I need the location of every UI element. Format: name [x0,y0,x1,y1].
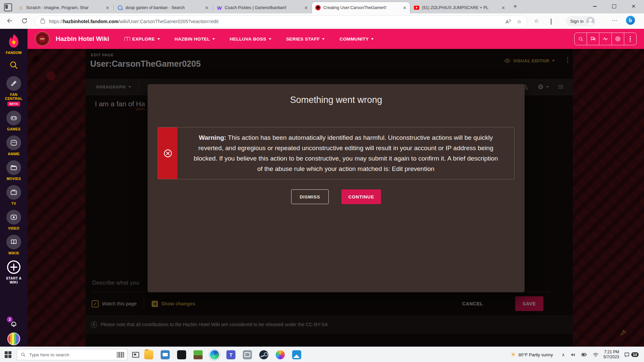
nav-series-staff[interactable]: SERIES STAFF [286,37,325,42]
steam-icon[interactable] [259,350,268,359]
window-close-button[interactable]: ✕ [624,0,643,13]
sign-in-button[interactable]: Sign in [566,16,596,26]
paint3d-icon[interactable] [276,350,285,359]
search-icon [20,352,26,357]
open-book-icon [10,238,17,246]
tab-youtube[interactable]: (51) ZOLPHIUS JUMPSCARE + PL ✕ [411,2,508,13]
modal-buttons-row: DISMISS CONTINUE [148,189,525,204]
nav-label: SERIES STAFF [286,37,320,42]
nav-community[interactable]: COMMUNITY [339,37,374,42]
tab-scratch[interactable]: S Scratch - Imagine, Program, Shar ✕ [15,2,113,13]
profile-avatar-icon [586,17,594,25]
tab-title: doop garten of banban - Search [125,5,202,10]
nav-hazbin-hotel[interactable]: HAZBIN HOTEL [175,37,215,42]
tab-close-icon[interactable]: ✕ [304,5,308,10]
pulse-icon [602,36,608,42]
fan-central-label: FAN CENTRAL [3,93,24,101]
browser-menu-icon[interactable]: ⋯ [612,17,618,23]
action-center-count: 14 [631,352,639,357]
wiki-title[interactable]: Hazbin Hotel Wiki [56,35,109,43]
url-field[interactable]: https://hazbinhotel.fandom.com/wiki/User… [35,15,527,27]
edge-browser-icon[interactable] [210,350,219,359]
wiki-logo-text: HH [40,37,45,41]
beta-badge: BETA [7,102,20,106]
rail-notifications-button[interactable]: 2 [0,319,28,328]
chevron-down-icon [269,38,271,40]
window-maximize-button[interactable] [604,0,624,13]
rail-item-movies[interactable]: MOVIES [0,160,28,181]
task-view-icon[interactable] [132,352,139,358]
clock-time: 7:21 PM [603,350,619,355]
nav-label: EXPLORE [132,37,155,42]
battery-icon[interactable] [581,352,587,357]
theme-toggle-button[interactable] [611,33,624,45]
taskbar-clock[interactable]: 7:21 PM 5/7/2023 [603,350,619,360]
collections-icon[interactable] [551,18,551,25]
continue-button[interactable]: CONTINUE [341,189,381,204]
taskbar-search-box[interactable]: Type here to search [17,349,127,360]
start-button[interactable] [5,351,11,358]
wikis-label: WIKIS [8,251,19,255]
rail-item-fan-central[interactable]: FAN CENTRAL BETA [0,76,28,106]
discussions-button[interactable] [587,33,599,45]
rail-item-tv[interactable]: TV [0,185,28,205]
rail-item-wikis[interactable]: WIKIS [0,235,28,255]
tab-active-creating-user[interactable]: Creating User:CarsonTheGamer0 ✕ [312,2,410,13]
wiki-header-tools [574,33,637,45]
taskbar-weather-widget[interactable]: ☀ 80°F Partly sunny [511,352,553,358]
tab-close-icon[interactable]: ✕ [106,5,109,10]
tab-close-icon[interactable]: ✕ [501,5,505,10]
action-center-button[interactable]: 14 [624,352,639,358]
rail-user-avatar[interactable] [0,333,28,345]
wiki-logo[interactable]: HH [35,32,50,46]
nav-helluva-boss[interactable]: HELLUVA BOSS [230,37,271,42]
grey-app-icon[interactable] [243,350,252,359]
tab-coach-pickles[interactable]: W Coach Pickles | Gartenofbanbanf ✕ [213,2,311,13]
add-favorite-star-icon[interactable]: ☆ [517,18,522,25]
nav-explore[interactable]: EXPLORE [124,37,160,42]
error-modal: Something went wrong Warning: This actio… [148,84,525,292]
rail-item-video[interactable]: VIDEO [0,210,28,230]
tab-title: Coach Pickles | Gartenofbanbanf [225,5,302,10]
warning-message: Warning: This action has been automatica… [177,127,514,179]
wifi-icon[interactable] [593,352,599,357]
minecraft-icon[interactable] [194,350,203,359]
dark-app-icon[interactable] [177,350,186,359]
back-icon[interactable] [6,17,13,24]
tab-search[interactable]: doop garten of banban - Search ✕ [114,2,212,13]
rail-item-anime[interactable]: ANIME [0,135,28,156]
favorites-bar-icon[interactable]: ☆ [534,18,539,24]
new-tab-button[interactable]: + [513,3,517,10]
chevron-down-icon [371,38,374,40]
tab-actions-menu-icon[interactable] [4,3,12,11]
dismiss-button[interactable]: DISMISS [291,189,329,204]
speaker-icon[interactable] [570,352,576,358]
bing-sidebar-icon[interactable]: b [626,16,635,25]
teams-icon[interactable]: T [226,350,235,359]
photos-icon[interactable] [292,350,301,359]
chevron-down-icon [157,38,160,40]
window-minimize-button[interactable] [585,0,604,13]
games-label: GAMES [7,127,20,131]
rocket-icon [10,80,17,87]
refresh-icon[interactable] [21,17,28,24]
tab-close-icon[interactable]: ✕ [205,5,209,10]
rail-item-games[interactable]: GAMES [0,111,28,131]
rail-search-button[interactable] [0,60,28,70]
modal-title: Something went wrong [148,95,525,105]
gartenofbanban-favicon: W [217,5,222,10]
rail-item-start-a-wiki[interactable]: START A WIKI [0,260,28,284]
wiki-search-button[interactable] [575,33,587,45]
read-aloud-icon[interactable]: A)) [505,19,511,24]
scratch-favicon: S [18,5,23,10]
mail-icon[interactable] [161,350,170,359]
file-explorer-icon[interactable] [144,350,153,359]
tab-close-icon[interactable]: ✕ [403,5,407,10]
fandom-flame-icon [7,34,20,49]
tv-icon [10,189,17,196]
warning-severity-bar [158,127,177,179]
fandom-home-button[interactable]: FANDOM [0,34,28,55]
activity-button[interactable] [599,33,611,45]
header-more-button[interactable] [624,33,636,45]
show-hidden-icons-chevron[interactable]: ∧ [562,352,565,357]
